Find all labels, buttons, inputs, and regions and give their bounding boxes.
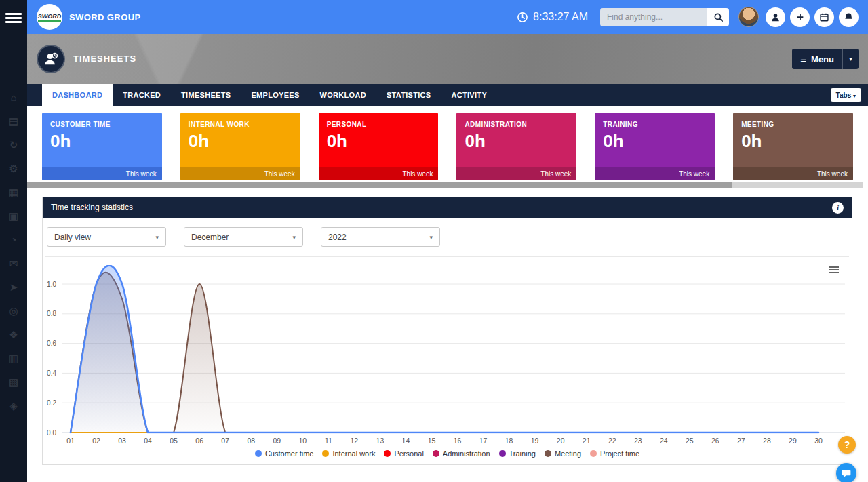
svg-text:28: 28 bbox=[763, 437, 771, 445]
year-select-value: 2022 bbox=[328, 233, 347, 242]
tab-statistics[interactable]: STATISTICS bbox=[376, 84, 441, 106]
card-value: 0h bbox=[189, 131, 209, 152]
docs-icon[interactable]: ▧ bbox=[0, 370, 27, 394]
content: CUSTOMER TIME0hThis weekINTERNAL WORK0hT… bbox=[27, 106, 868, 482]
legend-item-personal[interactable]: Personal bbox=[384, 449, 423, 458]
bell-button[interactable] bbox=[839, 7, 859, 27]
legend-item-administration[interactable]: Administration bbox=[433, 449, 490, 458]
tab-dashboard[interactable]: DASHBOARD bbox=[42, 84, 113, 106]
stat-card-training[interactable]: TRAINING0hThis week bbox=[595, 113, 715, 180]
search-button[interactable] bbox=[707, 8, 729, 26]
card-label: ADMINISTRATION bbox=[465, 121, 527, 128]
grid-icon[interactable]: ▦ bbox=[0, 180, 27, 204]
menu-button-group: ≡ Menu ▾ bbox=[792, 49, 859, 69]
statistics-panel: Time tracking statistics i Daily view▾De… bbox=[42, 197, 852, 465]
tab-workload[interactable]: WORKLOAD bbox=[310, 84, 376, 106]
divider bbox=[45, 256, 849, 257]
chat-icon[interactable]: ❖ bbox=[0, 323, 27, 346]
tab-timesheets[interactable]: TIMESHEETS bbox=[171, 84, 241, 106]
team-icon[interactable]: ▤ bbox=[0, 109, 27, 133]
card-value: 0h bbox=[50, 131, 71, 152]
sidebar-toggle-button[interactable] bbox=[0, 6, 27, 29]
view-select-value: Daily view bbox=[54, 233, 91, 242]
stat-card-customer-time[interactable]: CUSTOMER TIME0hThis week bbox=[42, 113, 162, 180]
tabs-dropdown-label: Tabs bbox=[836, 92, 852, 99]
card-period: This week bbox=[595, 167, 715, 180]
stat-card-personal[interactable]: PERSONAL0hThis week bbox=[319, 113, 439, 180]
card-period: This week bbox=[733, 167, 853, 180]
time-tracking-chart: 0.00.20.40.60.81.00102030405060708091011… bbox=[43, 260, 852, 448]
menu-dropdown-button[interactable]: ▾ bbox=[842, 49, 859, 69]
tabs-list: DASHBOARDTRACKEDTIMESHEETSEMPLOYEESWORKL… bbox=[42, 84, 497, 106]
topbar-actions bbox=[766, 7, 859, 27]
help-button[interactable]: ? bbox=[838, 436, 856, 454]
legend-marker bbox=[433, 450, 439, 457]
view-select[interactable]: Daily view▾ bbox=[47, 227, 166, 247]
hamburger-icon bbox=[5, 13, 22, 15]
legend-marker bbox=[545, 450, 551, 457]
year-select[interactable]: 2022▾ bbox=[321, 227, 440, 247]
sword-logo-text: SWORD bbox=[38, 13, 62, 22]
tab-activity[interactable]: ACTIVITY bbox=[441, 84, 498, 106]
mail-icon[interactable]: ✉ bbox=[0, 252, 27, 275]
app-root: ⌂▤↻⚙▦▣◔✉➤◎❖▥▧◈ SWORD SWORD GROUP 8:33:27… bbox=[0, 0, 868, 482]
svg-text:21: 21 bbox=[583, 437, 591, 445]
send-icon[interactable]: ➤ bbox=[0, 275, 27, 299]
stat-card-meeting[interactable]: MEETING0hThis week bbox=[733, 113, 853, 180]
svg-text:0.0: 0.0 bbox=[47, 429, 56, 437]
search-input[interactable] bbox=[600, 8, 707, 26]
settings-icon[interactable]: ⚙ bbox=[0, 157, 27, 180]
chevron-down-icon: ▾ bbox=[849, 56, 852, 62]
svg-text:12: 12 bbox=[351, 437, 359, 445]
horizontal-scrollbar[interactable] bbox=[27, 182, 863, 188]
svg-text:10: 10 bbox=[298, 437, 307, 445]
clock-display: 8:33:27 AM bbox=[517, 11, 588, 23]
legend-item-training[interactable]: Training bbox=[499, 449, 536, 458]
data-icon[interactable]: ◈ bbox=[0, 394, 27, 418]
svg-text:11: 11 bbox=[325, 437, 332, 445]
plus-icon bbox=[795, 12, 805, 22]
svg-text:19: 19 bbox=[531, 437, 539, 445]
panel-header: Time tracking statistics i bbox=[43, 197, 852, 218]
stat-card-administration[interactable]: ADMINISTRATION0hThis week bbox=[456, 113, 576, 180]
legend-item-customer-time[interactable]: Customer time bbox=[255, 449, 314, 458]
tabs-dropdown-button[interactable]: Tabs ▾ bbox=[831, 88, 861, 102]
module-title: TIMESHEETS bbox=[73, 34, 136, 84]
card-label: MEETING bbox=[741, 121, 774, 128]
sync-icon[interactable]: ↻ bbox=[0, 133, 27, 157]
chat-button[interactable] bbox=[836, 463, 856, 482]
card-value: 0h bbox=[465, 131, 485, 152]
legend-item-project-time[interactable]: Project time bbox=[590, 449, 639, 458]
svg-text:27: 27 bbox=[737, 437, 745, 445]
chart-icon[interactable]: ◔ bbox=[0, 228, 27, 252]
svg-text:16: 16 bbox=[454, 437, 462, 445]
legend-item-internal-work[interactable]: Internal work bbox=[322, 449, 375, 458]
bell-icon bbox=[844, 12, 854, 22]
stat-card-internal-work[interactable]: INTERNAL WORK0hThis week bbox=[180, 113, 300, 180]
user-button[interactable] bbox=[766, 7, 785, 27]
avatar[interactable] bbox=[738, 7, 759, 27]
svg-text:07: 07 bbox=[221, 437, 229, 445]
menu-button[interactable]: ≡ Menu bbox=[792, 49, 842, 69]
legend-label: Project time bbox=[600, 449, 639, 458]
tab-tracked[interactable]: TRACKED bbox=[113, 84, 171, 106]
users-icon[interactable]: ▥ bbox=[0, 346, 27, 370]
chevron-down-icon: ▾ bbox=[292, 234, 296, 241]
card-label: INTERNAL WORK bbox=[189, 121, 250, 128]
legend-item-meeting[interactable]: Meeting bbox=[545, 449, 581, 458]
svg-text:15: 15 bbox=[428, 437, 436, 445]
legend-label: Administration bbox=[443, 449, 490, 458]
calendar-button[interactable] bbox=[814, 7, 834, 27]
svg-text:0.2: 0.2 bbox=[47, 399, 56, 407]
month-select[interactable]: December▾ bbox=[184, 227, 303, 247]
sidebar: ⌂▤↻⚙▦▣◔✉➤◎❖▥▧◈ bbox=[0, 0, 27, 482]
info-button[interactable]: i bbox=[832, 202, 844, 214]
home-icon[interactable]: ⌂ bbox=[0, 85, 27, 109]
module-icon[interactable]: ▣ bbox=[0, 204, 27, 228]
svg-text:23: 23 bbox=[634, 437, 642, 445]
plus-button[interactable] bbox=[790, 7, 810, 27]
tab-employees[interactable]: EMPLOYEES bbox=[241, 84, 309, 106]
scrollbar-thumb[interactable] bbox=[27, 182, 732, 188]
sword-logo[interactable]: SWORD bbox=[37, 4, 62, 30]
search-icon[interactable]: ◎ bbox=[0, 299, 27, 323]
